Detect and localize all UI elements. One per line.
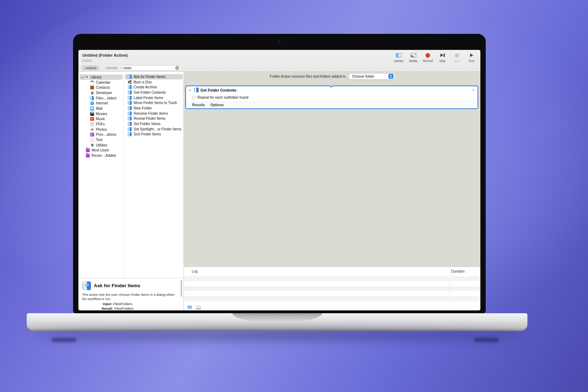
library-category-item[interactable]: Calendar [79,80,123,85]
finder-action-icon [128,132,132,136]
search-field [118,65,181,71]
library-category-item[interactable]: Utilities [79,143,123,148]
repeat-subfolder-checkbox[interactable] [192,96,195,99]
action-list-item[interactable]: Create Archive [125,84,183,90]
folder-action-label: Folder Action receives files and folders… [270,74,346,78]
action-list-item[interactable]: Set Spotlight…or Finder Items [125,127,183,132]
description-field: Input: Files/Folders [78,302,157,306]
laptop-foot-right [474,338,499,342]
smart-group-item[interactable]: Recen…Added [79,153,123,158]
log-row [184,276,480,281]
smart-group-item[interactable]: Most Used [79,148,123,153]
smart-folder-icon [86,148,90,152]
action-list-item[interactable]: Get Folder Contents [125,90,183,95]
laptop-bezel: Untitled (Folder Action) Edited Library … [73,34,486,314]
laptop-shadow [34,330,522,340]
finder-action-icon [128,75,132,79]
clear-search-icon[interactable] [175,66,179,70]
action-list-item[interactable]: New Folder [125,105,183,111]
sidebar-item-library[interactable]: Library [79,74,123,80]
pdfs-icon [90,122,94,126]
laptop-camera [278,40,281,43]
options-button[interactable]: Options [210,103,224,107]
sidebar-tabs: Actions Variables [82,65,123,71]
finder-icon [83,282,91,290]
library-category-item[interactable]: Mail [79,106,123,111]
description-field: Result: Files/Folders [78,306,157,311]
library-category-item[interactable]: Files…olders [79,96,123,101]
library-category-item[interactable]: Pres…ations [79,132,123,138]
library-category-item[interactable]: Music [79,117,123,122]
action-list-item[interactable]: Ask for Finder Items [125,74,183,79]
step-toolbar-button[interactable]: Step [435,52,450,63]
toolbar: Library Media Record Step Stop [391,52,479,63]
media-toolbar-button[interactable]: Media [406,52,421,63]
log-area: Log Duration [184,267,480,310]
action-list-item[interactable]: Label Finder Items [125,95,183,100]
description-fields: Input: Files/Folders Result: Files/Folde… [78,302,157,310]
search-input[interactable] [123,66,175,70]
list-view-icon[interactable] [187,306,192,309]
finder-action-icon [128,122,132,126]
chevron-down-icon[interactable] [189,88,191,91]
library-toolbar-label: Library [394,59,403,63]
finder-action-icon [128,112,132,115]
library-category-item[interactable]: Movies [79,111,123,117]
close-icon[interactable] [471,88,475,92]
description-scrollbar[interactable] [181,280,182,297]
action-list-item[interactable]: Move Finder Items to Trash [125,100,183,105]
stop-toolbar-button: Stop [450,52,464,63]
block-title: Get Folder Contents [201,88,237,92]
library-category-item[interactable]: Photos [79,127,123,132]
mail-icon [90,107,94,110]
finder-action-icon [128,127,132,131]
choose-folder-dropdown[interactable]: Choose folder [349,73,394,79]
log-panel-icon[interactable] [196,306,201,309]
log-row [184,296,480,301]
library-icon [85,75,89,79]
record-icon [425,53,430,58]
duration-column-header: Duration [451,269,465,273]
connection-notch [327,86,336,89]
library-category-item[interactable]: Developer [79,90,123,96]
finder-action-icon [128,91,132,94]
chevron-down-icon[interactable] [81,75,84,78]
library-tree: Library Calendar Contacts [79,74,123,158]
library-category-item[interactable]: Internet [79,100,123,106]
record-toolbar-label: Record [423,59,433,63]
laptop-foot-left [52,338,77,342]
action-list-item[interactable]: Burn a Disc [125,79,183,85]
results-button[interactable]: Results [192,103,205,107]
developer-icon [90,91,94,95]
column-divider [123,72,124,278]
run-toolbar-label: Run [469,59,475,63]
internet-icon [90,101,94,105]
action-list-item[interactable]: Set Folder Views [125,121,183,127]
presentations-icon [90,133,94,136]
action-list-item[interactable]: Rename Finder Items [125,111,183,116]
action-list-item[interactable]: Sort Finder Items [125,132,183,137]
description-title: Ask for Finder Items [94,283,140,288]
run-toolbar-button[interactable]: Run [464,52,479,63]
search-icon [119,67,122,69]
library-toolbar-button[interactable]: Library [391,52,406,63]
library-category-item[interactable]: Contacts [79,85,123,90]
finder-icon [194,88,199,92]
burn-disc-icon [128,80,132,84]
text-icon [90,138,94,142]
action-list-item[interactable]: Reveal Finder Items [125,116,183,122]
library-sidebar-icon [396,53,402,57]
finder-action-icon [128,96,132,100]
library-category-item[interactable]: PDFs [79,122,123,127]
finder-icon [90,96,94,100]
finder-action-icon [128,85,132,89]
laptop-base [27,313,527,331]
record-toolbar-button[interactable]: Record [421,52,435,63]
run-icon [470,53,473,57]
calendar-icon [90,81,94,84]
window-edited-status: Edited [82,59,92,62]
tab-actions[interactable]: Actions [82,65,99,71]
library-category-item[interactable]: Text [79,137,123,143]
finder-action-icon [128,101,132,105]
workflow-action-block[interactable]: Get Folder Contents Repeat for each subf… [185,86,478,109]
